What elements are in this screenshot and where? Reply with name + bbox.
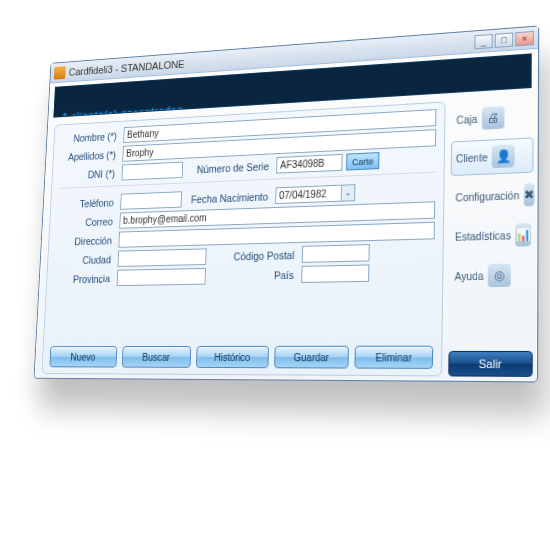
sidebar-item-ayuda[interactable]: Ayuda ◎ [449, 257, 533, 294]
label-telefono: Teléfono [58, 196, 118, 210]
label-nombre: Nombre (*) [61, 130, 120, 144]
label-numserie: Número de Serie [186, 160, 273, 176]
fnac-input[interactable] [275, 185, 342, 204]
sidebar-item-config[interactable]: Configuración ✖ [450, 177, 533, 215]
sidebar-item-cliente[interactable]: Cliente 👤 [451, 137, 534, 176]
sidebar-item-caja[interactable]: Caja 🖨 [451, 98, 534, 137]
sidebar: Caja 🖨 Cliente 👤 Configuración ✖ Estadís… [446, 92, 538, 382]
client-form: Nombre (*) Apellidos (*) DNI (*) Número … [41, 101, 445, 376]
sidebar-label-cliente: Cliente [456, 151, 488, 164]
label-correo: Correo [57, 215, 117, 228]
sidebar-label-config: Configuración [455, 189, 519, 203]
telefono-input[interactable] [120, 191, 182, 210]
guardar-button[interactable]: Guardar [274, 346, 350, 369]
cp-input[interactable] [302, 244, 370, 263]
provincia-input[interactable] [117, 268, 206, 286]
label-dni: DNI (*) [59, 167, 119, 181]
sidebar-label-stats: Estadísticas [455, 229, 511, 242]
pais-input[interactable] [301, 264, 369, 283]
chart-icon: 📊 [515, 223, 531, 247]
label-ciudad: Ciudad [55, 253, 115, 266]
carte-button[interactable]: Carte [346, 152, 379, 170]
help-icon: ◎ [488, 264, 511, 288]
historico-button[interactable]: Histórico [196, 346, 269, 368]
dni-input[interactable] [121, 162, 183, 181]
nuevo-button[interactable]: Nuevo [49, 346, 117, 367]
sidebar-label-ayuda: Ayuda [455, 270, 484, 282]
buscar-button[interactable]: Buscar [121, 346, 191, 368]
label-pais: País [209, 268, 298, 282]
numserie-input[interactable] [276, 154, 343, 174]
user-icon: 👤 [492, 144, 515, 168]
label-fnac: Fecha Nacimiento [185, 190, 272, 205]
eliminar-button[interactable]: Eliminar [355, 346, 433, 369]
maximize-button[interactable]: □ [495, 32, 514, 47]
chevron-down-icon[interactable]: ⌄ [342, 184, 356, 202]
label-direccion: Dirección [56, 234, 116, 247]
tools-icon: ✖ [524, 183, 535, 206]
app-window: Cardfideli3 - STANDALONE _ □ × 1 cliente… [34, 25, 540, 382]
label-provincia: Provincia [54, 272, 114, 285]
sidebar-label-caja: Caja [456, 113, 477, 125]
label-apellidos: Apellidos (*) [60, 148, 120, 162]
sidebar-item-stats[interactable]: Estadísticas 📊 [450, 217, 534, 255]
label-cp: Código Postal [210, 248, 299, 262]
register-icon: 🖨 [481, 106, 504, 130]
ciudad-input[interactable] [118, 248, 207, 267]
salir-button[interactable]: Salir [448, 351, 533, 377]
app-icon [54, 66, 66, 80]
close-button[interactable]: × [515, 30, 534, 46]
minimize-button[interactable]: _ [474, 33, 492, 48]
